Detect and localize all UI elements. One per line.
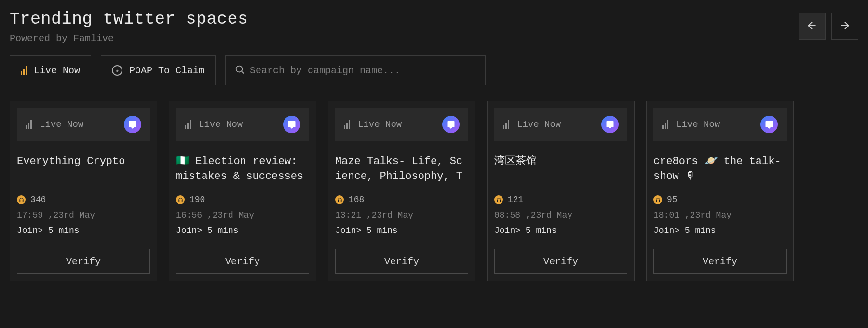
- listener-value: 168: [349, 195, 364, 205]
- filter-label: POAP To Claim: [129, 65, 204, 76]
- live-status: Live Now: [26, 119, 83, 130]
- listener-count: 190: [176, 195, 309, 205]
- timestamp: 16:56 ,23rd May: [176, 210, 309, 220]
- arrow-left-icon: [806, 19, 818, 33]
- listener-value: 121: [508, 195, 523, 205]
- headphone-icon: [17, 195, 26, 204]
- space-title: cre8ors 🪐 the talk-show 🎙: [653, 154, 787, 184]
- listener-value: 190: [190, 195, 205, 205]
- status-label: Live Now: [40, 119, 83, 130]
- search-input[interactable]: [250, 65, 476, 76]
- card-header: Live Now: [335, 108, 468, 141]
- join-duration: Join> 5 mins: [17, 226, 150, 235]
- filter-live-now[interactable]: Live Now: [10, 55, 91, 85]
- live-status: Live Now: [503, 119, 561, 130]
- star-badge-icon: ★: [112, 65, 122, 76]
- headphone-icon: [176, 195, 185, 204]
- verify-button[interactable]: Verify: [494, 249, 627, 274]
- headphone-icon: [494, 195, 503, 204]
- bars-icon: [344, 120, 350, 129]
- space-card: Live Now Maze Talks- Life, Science, Phil…: [328, 101, 475, 281]
- join-duration: Join> 5 mins: [176, 226, 309, 235]
- status-label: Live Now: [676, 119, 720, 130]
- status-label: Live Now: [199, 119, 243, 130]
- search-wrapper: [225, 55, 486, 85]
- verify-button[interactable]: Verify: [176, 249, 309, 274]
- bars-icon: [503, 120, 509, 129]
- listener-count: 346: [17, 195, 150, 205]
- page-subtitle: Powered by Famlive: [10, 33, 248, 44]
- bars-icon: [26, 120, 32, 129]
- live-status: Live Now: [662, 119, 720, 130]
- headphone-icon: [335, 195, 344, 204]
- space-title: 🇳🇬 Election review: mistakes & successes…: [176, 154, 309, 184]
- status-label: Live Now: [517, 119, 561, 130]
- status-label: Live Now: [358, 119, 402, 130]
- space-title: Everything Crypto: [17, 154, 150, 184]
- listener-value: 95: [667, 195, 678, 205]
- space-card: Live Now Everything Crypto 346 17:59 ,23…: [10, 101, 157, 281]
- twitter-space-icon: [601, 116, 619, 133]
- carousel-nav: [799, 13, 858, 40]
- space-card: Live Now 湾区茶馆 121 08:58 ,23rd May Join> …: [487, 101, 635, 281]
- live-status: Live Now: [344, 119, 402, 130]
- listener-count: 95: [653, 195, 787, 205]
- join-duration: Join> 5 mins: [494, 226, 627, 235]
- card-header: Live Now: [653, 108, 787, 141]
- twitter-space-icon: [283, 116, 300, 133]
- listener-count: 168: [335, 195, 468, 205]
- space-card: Live Now 🇳🇬 Election review: mistakes & …: [169, 101, 316, 281]
- timestamp: 18:01 ,23rd May: [653, 210, 787, 220]
- card-header: Live Now: [17, 108, 150, 141]
- page-title: Trending twitter spaces: [10, 10, 248, 29]
- prev-button[interactable]: [799, 13, 826, 40]
- verify-button[interactable]: Verify: [335, 249, 468, 274]
- search-icon: [234, 64, 245, 77]
- listener-value: 346: [30, 195, 46, 205]
- bars-icon: [21, 66, 27, 75]
- svg-point-0: [236, 66, 243, 72]
- card-header: Live Now: [176, 108, 309, 141]
- card-header: Live Now: [494, 108, 627, 141]
- live-status: Live Now: [185, 119, 243, 130]
- bars-icon: [185, 120, 191, 129]
- twitter-space-icon: [760, 116, 778, 133]
- verify-button[interactable]: Verify: [653, 249, 787, 274]
- timestamp: 13:21 ,23rd May: [335, 210, 468, 220]
- space-title: 湾区茶馆: [494, 154, 627, 184]
- space-card: Live Now cre8ors 🪐 the talk-show 🎙 95 18…: [646, 101, 794, 281]
- cards-row: Live Now Everything Crypto 346 17:59 ,23…: [10, 101, 858, 281]
- twitter-space-icon: [442, 116, 460, 133]
- join-duration: Join> 5 mins: [335, 226, 468, 235]
- headphone-icon: [653, 195, 662, 204]
- filter-label: Live Now: [34, 65, 80, 76]
- arrow-right-icon: [839, 19, 851, 33]
- listener-count: 121: [494, 195, 627, 205]
- filter-poap[interactable]: ★ POAP To Claim: [101, 55, 216, 85]
- join-duration: Join> 5 mins: [653, 226, 787, 235]
- twitter-space-icon: [124, 116, 141, 133]
- bars-icon: [662, 120, 668, 129]
- timestamp: 17:59 ,23rd May: [17, 210, 150, 220]
- next-button[interactable]: [831, 13, 858, 40]
- space-title: Maze Talks- Life, Science, Philosophy, T…: [335, 154, 468, 184]
- timestamp: 08:58 ,23rd May: [494, 210, 627, 220]
- verify-button[interactable]: Verify: [17, 249, 150, 274]
